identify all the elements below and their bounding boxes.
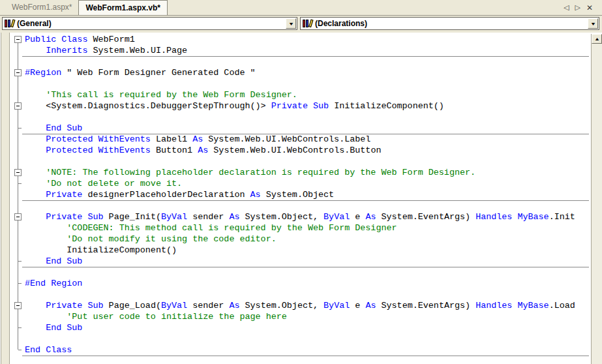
code-line-5[interactable] xyxy=(0,78,590,89)
code-line-10[interactable]: Protected WithEvents Label1 As System.We… xyxy=(0,134,590,145)
fold-collapse-box[interactable] xyxy=(14,302,22,309)
code-line-8[interactable] xyxy=(0,112,590,123)
procedures-dropdown-button[interactable]: ▼ xyxy=(588,18,598,29)
fold-collapse-box[interactable] xyxy=(14,69,22,76)
procedure-separator-line xyxy=(22,134,589,134)
code-line-16[interactable] xyxy=(0,200,590,211)
fold-collapse-box[interactable] xyxy=(14,169,22,176)
code-line-9[interactable]: End Sub xyxy=(0,123,590,134)
scroll-track[interactable] xyxy=(592,44,602,364)
tab-webform1-aspx-vb[interactable]: WebForm1.aspx.vb* xyxy=(78,0,167,15)
fold-collapse-box[interactable] xyxy=(14,36,22,43)
code-line-15[interactable]: Private designerPlaceholderDeclaration A… xyxy=(0,189,590,200)
code-line-13[interactable]: 'NOTE: The following placeholder declara… xyxy=(0,167,590,178)
procedure-separator-line xyxy=(22,267,589,267)
code-line-1[interactable]: Public Class WebForm1 xyxy=(0,34,590,45)
nav-forward-icon[interactable]: ▷ xyxy=(575,3,580,12)
chevron-down-icon: ▼ xyxy=(288,22,293,26)
code-line-3[interactable] xyxy=(0,56,590,67)
code-line-23[interactable]: #End Region xyxy=(0,278,590,289)
code-line-26[interactable]: 'Put user code to initialize the page he… xyxy=(0,311,590,322)
code-line-25[interactable]: Private Sub Page_Load(ByVal sender As Sy… xyxy=(0,300,590,311)
procedures-dropdown[interactable]: (Declarations) ▼ xyxy=(300,17,599,30)
code-line-22[interactable] xyxy=(0,267,590,278)
nav-back-icon[interactable]: ◁ xyxy=(564,3,569,12)
scroll-up-icon: ▲ xyxy=(594,37,599,41)
code-line-14[interactable]: 'Do not delete or move it. xyxy=(0,178,590,189)
code-line-7[interactable]: <System.Diagnostics.DebuggerStepThrough(… xyxy=(0,100,590,112)
code-line-20[interactable]: InitializeComponent() xyxy=(0,245,590,256)
code-line-19[interactable]: 'Do not modify it using the code editor. xyxy=(0,234,590,245)
procedure-separator-line xyxy=(22,56,589,57)
code-line-27[interactable]: End Sub xyxy=(0,322,590,333)
tab-scroll-controls: ◁ ▷ ✕ xyxy=(564,0,593,15)
chevron-down-icon: ▼ xyxy=(590,22,595,26)
books-icon xyxy=(5,19,15,28)
code-line-24[interactable] xyxy=(0,289,590,300)
code-line-28[interactable] xyxy=(0,333,590,344)
fold-collapse-box[interactable] xyxy=(14,102,22,110)
fold-collapse-box[interactable] xyxy=(14,213,22,220)
code-line-2[interactable]: Inherits System.Web.UI.Page xyxy=(0,45,590,56)
code-editor: Public Class WebForm1 Inherits System.We… xyxy=(0,33,602,364)
books-icon xyxy=(303,19,313,28)
code-area[interactable]: Public Class WebForm1 Inherits System.We… xyxy=(0,34,590,356)
code-line-6[interactable]: 'This call is required by the Web Form D… xyxy=(0,89,590,100)
tab-webform1-aspx[interactable]: WebForm1.aspx* xyxy=(5,0,78,15)
code-line-11[interactable]: Protected WithEvents Button1 As System.W… xyxy=(0,145,590,156)
scroll-up-button[interactable]: ▲ xyxy=(592,34,602,44)
vertical-scrollbar[interactable]: ▲ xyxy=(591,34,602,364)
procedure-separator-line xyxy=(22,200,589,201)
objects-dropdown[interactable]: (General) ▼ xyxy=(2,17,297,30)
code-line-12[interactable] xyxy=(0,156,590,167)
procedures-dropdown-value: (Declarations) xyxy=(315,19,367,28)
navigation-bar: (General) ▼ (Declarations) ▼ xyxy=(0,16,602,33)
objects-dropdown-value: (General) xyxy=(17,19,52,28)
objects-dropdown-button[interactable]: ▼ xyxy=(286,18,296,29)
document-tab-bar: WebForm1.aspx* WebForm1.aspx.vb* ◁ ▷ ✕ xyxy=(0,0,602,16)
code-line-21[interactable]: End Sub xyxy=(0,256,590,267)
vs-code-editor-window: WebForm1.aspx* WebForm1.aspx.vb* ◁ ▷ ✕ (… xyxy=(0,0,602,364)
close-icon[interactable]: ✕ xyxy=(586,3,593,12)
code-line-18[interactable]: 'CODEGEN: This method call is required b… xyxy=(0,222,590,234)
procedure-separator-line xyxy=(22,356,589,356)
code-line-17[interactable]: Private Sub Page_Init(ByVal sender As Sy… xyxy=(0,211,590,222)
code-line-4[interactable]: #Region " Web Form Designer Generated Co… xyxy=(0,67,590,78)
code-line-29[interactable]: End Class xyxy=(0,344,590,356)
